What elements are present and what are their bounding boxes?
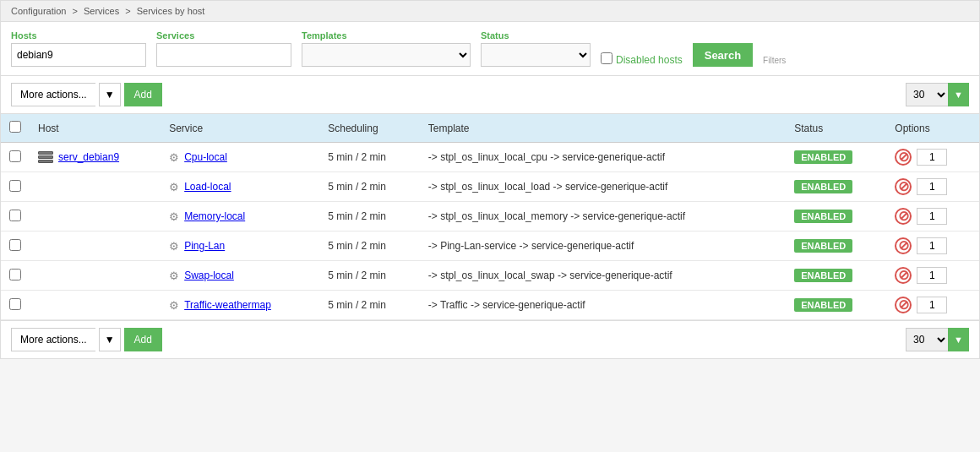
row-checkbox[interactable]	[9, 150, 21, 162]
row-options-cell: ⊘	[886, 143, 979, 172]
delete-icon[interactable]: ⊘	[895, 237, 912, 254]
options-input[interactable]	[917, 149, 947, 166]
options-input[interactable]	[917, 297, 947, 313]
delete-icon[interactable]: ⊘	[895, 208, 912, 225]
more-actions-button[interactable]: More actions...	[11, 83, 95, 106]
breadcrumb-config[interactable]: Configuration	[11, 6, 66, 16]
status-badge: ENABLED	[794, 269, 852, 282]
top-toolbar: More actions... ▼ Add 30 ▼	[1, 76, 979, 114]
gear-icon: ⚙	[169, 270, 179, 282]
service-link[interactable]: Swap-local	[184, 270, 234, 281]
service-link[interactable]: Memory-local	[184, 210, 245, 222]
status-select[interactable]	[481, 43, 591, 67]
delete-icon[interactable]: ⊘	[895, 267, 912, 284]
row-scheduling-cell: 5 min / 2 min	[319, 172, 420, 202]
row-checkbox[interactable]	[9, 210, 21, 221]
hosts-input[interactable]	[11, 43, 146, 67]
toolbar-left: More actions... ▼ Add	[11, 83, 162, 106]
bottom-toolbar-right: 30 ▼	[906, 328, 969, 351]
row-checkbox[interactable]	[9, 239, 21, 251]
service-link[interactable]: Load-local	[184, 181, 231, 193]
row-service-cell: ⚙Memory-local	[161, 202, 319, 231]
host-link[interactable]: serv_debian9	[58, 151, 119, 163]
row-template-cell: -> stpl_os_linux_local_cpu -> service-ge…	[420, 143, 786, 172]
options-input[interactable]	[917, 178, 947, 195]
table-header-row: Host Service Scheduling Template Status …	[1, 114, 979, 143]
page-size-arrow[interactable]: ▼	[948, 83, 969, 106]
gear-icon: ⚙	[169, 240, 179, 253]
row-scheduling-cell: 5 min / 2 min	[319, 261, 420, 291]
options-input[interactable]	[917, 267, 947, 284]
select-all-checkbox[interactable]	[9, 121, 21, 133]
breadcrumb: Configuration > Services > Services by h…	[1, 1, 979, 22]
gear-icon: ⚙	[169, 151, 179, 164]
bottom-more-actions-button[interactable]: More actions...	[11, 328, 95, 351]
row-checkbox[interactable]	[9, 298, 21, 310]
row-checkbox[interactable]	[9, 269, 21, 280]
bottom-add-button[interactable]: Add	[124, 328, 162, 351]
breadcrumb-sep-1: >	[73, 6, 80, 16]
gear-icon: ⚙	[169, 299, 179, 312]
more-actions-dropdown[interactable]: ▼	[99, 83, 121, 106]
status-badge: ENABLED	[794, 150, 852, 164]
row-status-cell: ENABLED	[786, 261, 886, 291]
hosts-filter-group: Hosts	[11, 30, 146, 67]
page-wrapper: Configuration > Services > Services by h…	[0, 0, 980, 359]
delete-icon[interactable]: ⊘	[895, 178, 912, 195]
disabled-hosts-label: Disabled hosts	[616, 54, 683, 66]
row-options-cell: ⊘	[886, 172, 979, 202]
filters-label: Filters	[763, 56, 786, 67]
row-service-cell: ⚙Traffic-weathermap	[161, 291, 319, 320]
status-badge: ENABLED	[794, 210, 852, 223]
row-checkbox-cell	[1, 172, 30, 202]
service-link[interactable]: Traffic-weathermap	[184, 299, 271, 311]
row-host-cell	[30, 172, 161, 202]
row-service-cell: ⚙Swap-local	[161, 261, 319, 291]
status-filter-group: Status	[481, 30, 591, 67]
services-input[interactable]	[156, 43, 291, 67]
page-size-select[interactable]: 30	[906, 83, 948, 106]
header-checkbox-col	[1, 114, 30, 143]
breadcrumb-services[interactable]: Services	[84, 6, 119, 16]
status-badge: ENABLED	[794, 298, 852, 312]
status-label: Status	[481, 30, 591, 41]
row-status-cell: ENABLED	[786, 172, 886, 202]
bottom-more-actions-dropdown[interactable]: ▼	[99, 328, 121, 351]
header-template: Template	[420, 114, 786, 143]
breadcrumb-sep-2: >	[125, 6, 133, 16]
delete-icon[interactable]: ⊘	[895, 149, 912, 166]
table-row: ⚙Load-local5 min / 2 min-> stpl_os_linux…	[1, 172, 979, 202]
bottom-page-size-select[interactable]: 30	[906, 328, 948, 351]
header-scheduling: Scheduling	[319, 114, 420, 143]
row-status-cell: ENABLED	[786, 202, 886, 231]
row-checkbox-cell	[1, 143, 30, 172]
options-input[interactable]	[917, 208, 947, 225]
add-button[interactable]: Add	[124, 83, 162, 106]
row-host-cell: serv_debian9	[30, 143, 161, 172]
header-options: Options	[886, 114, 979, 143]
header-status: Status	[786, 114, 886, 143]
row-options-cell: ⊘	[886, 231, 979, 261]
row-options-cell: ⊘	[886, 291, 979, 320]
row-template-cell: -> stpl_os_linux_local_swap -> service-g…	[420, 261, 786, 291]
row-service-cell: ⚙Ping-Lan	[161, 231, 319, 261]
table-row: ⚙Memory-local5 min / 2 min-> stpl_os_lin…	[1, 202, 979, 231]
table-row: ⚙Traffic-weathermap5 min / 2 min-> Traff…	[1, 291, 979, 320]
options-input[interactable]	[917, 237, 947, 254]
gear-icon: ⚙	[169, 181, 179, 193]
disabled-hosts-checkbox[interactable]	[601, 52, 612, 64]
status-badge: ENABLED	[794, 180, 852, 193]
row-checkbox[interactable]	[9, 180, 21, 192]
service-link[interactable]: Ping-Lan	[184, 240, 225, 252]
row-template-cell: -> Traffic -> service-generique-actif	[420, 291, 786, 320]
breadcrumb-current: Services by host	[137, 6, 205, 16]
service-link[interactable]: Cpu-local	[184, 151, 227, 163]
templates-select[interactable]	[302, 43, 471, 67]
row-checkbox-cell	[1, 261, 30, 291]
row-host-cell	[30, 291, 161, 320]
delete-icon[interactable]: ⊘	[895, 297, 912, 313]
bottom-page-size-arrow[interactable]: ▼	[948, 328, 969, 351]
row-status-cell: ENABLED	[786, 231, 886, 261]
row-checkbox-cell	[1, 202, 30, 231]
search-button[interactable]: Search	[693, 43, 753, 67]
